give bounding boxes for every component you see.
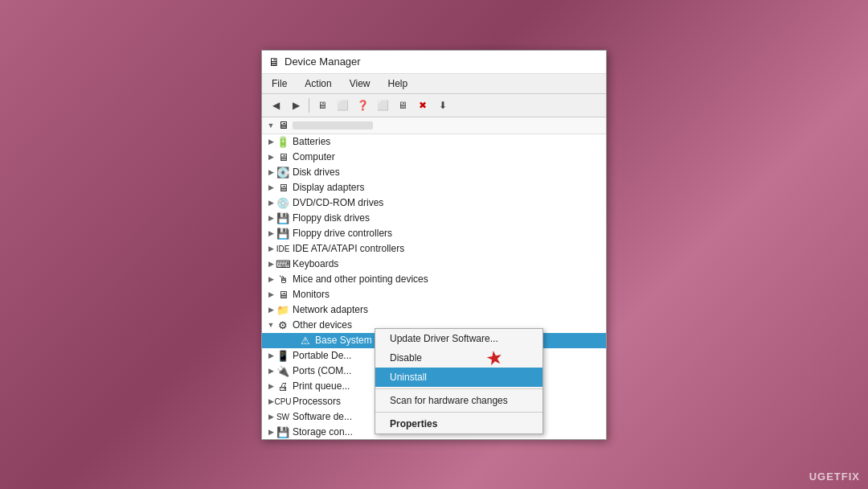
print-icon: 🖨 [276,380,289,392]
batteries-icon: 🔋 [276,135,289,148]
proc-icon: CPU [276,395,289,408]
mice-label: Mice and other pointing devices [293,273,428,285]
proc-label: Processors [293,396,341,407]
disk-expand[interactable]: ▶ [265,166,276,178]
mice-icon: 🖱 [276,273,289,286]
root-label [293,121,373,129]
window-icon: 🖥 [268,55,280,68]
disk-icon: 💽 [276,166,289,179]
remove-button[interactable]: ✖ [414,97,432,114]
ports-icon: 🔌 [276,364,289,377]
portable-label: Portable De... [293,350,351,361]
back-button[interactable]: ◀ [267,97,285,114]
batteries-expand[interactable]: ▶ [265,136,276,147]
root-node[interactable]: ▼ 🖥 [262,117,606,134]
floppy-disk-icon: 💾 [276,212,289,224]
base-expand [288,335,299,346]
driver-button[interactable]: ⬜ [374,97,391,114]
ide-label: IDE ATA/ATAPI controllers [293,243,404,254]
window-title: Device Manager [285,55,361,68]
tree-batteries[interactable]: ▶ 🔋 Batteries [262,134,606,150]
other-label: Other devices [293,319,352,331]
dvd-icon: 💿 [276,196,289,209]
root-expand[interactable]: ▼ [265,120,276,131]
ctx-scan[interactable]: Scan for hardware changes [375,391,542,410]
ctx-separator-2 [375,412,542,413]
tree-disk-drives[interactable]: ▶ 💽 Disk drives [262,165,606,180]
other-icon: ⚙ [276,318,289,331]
soft-label: Software de... [293,411,352,422]
properties-button[interactable]: ⬜ [334,97,351,114]
ports-label: Ports (COM... [293,365,351,376]
ctx-properties[interactable]: Properties [375,414,542,434]
other-expand[interactable]: ▼ [265,319,276,331]
dvd-expand[interactable]: ▶ [265,197,276,208]
monitors-label: Monitors [293,289,330,300]
toolbar-separator-1 [309,98,309,113]
floppy-disk-label: Floppy disk drives [293,212,370,224]
scan-button[interactable]: ⬇ [434,97,452,114]
tree-computer[interactable]: ▶ 🖥 Computer [262,150,606,165]
menu-action[interactable]: Action [301,76,334,91]
display-expand[interactable]: ▶ [265,182,276,193]
tree-mice[interactable]: ▶ 🖱 Mice and other pointing devices [262,272,606,287]
monitor-button[interactable]: 🖥 [394,97,411,114]
batteries-label: Batteries [293,136,330,147]
mice-expand[interactable]: ▶ [265,273,276,285]
soft-expand[interactable]: ▶ [265,411,276,422]
ports-expand[interactable]: ▶ [265,365,276,376]
portable-icon: 📱 [276,349,289,362]
tree-dvd[interactable]: ▶ 💿 DVD/CD-ROM drives [262,195,606,211]
menu-file[interactable]: File [268,76,290,91]
computer-button[interactable]: 🖥 [313,97,331,114]
print-label: Print queue... [293,380,350,392]
forward-button[interactable]: ▶ [287,97,305,114]
ctx-uninstall[interactable]: Uninstall [375,368,542,387]
monitors-expand[interactable]: ▶ [265,289,276,300]
tree-monitors[interactable]: ▶ 🖥 Monitors [262,287,606,302]
network-expand[interactable]: ▶ [265,304,276,315]
context-menu: Update Driver Software... Disable Uninst… [375,328,543,434]
computer-expand[interactable]: ▶ [265,151,276,162]
star-icon: ★ [484,345,506,370]
ctx-disable[interactable]: Disable [375,348,542,368]
storage-icon: 💾 [276,425,289,438]
ide-expand[interactable]: ▶ [265,243,276,254]
base-icon: ⚠ [299,334,312,347]
help-button[interactable]: ❓ [354,97,371,114]
floppy-ctrl-label: Floppy drive controllers [293,228,392,239]
storage-expand[interactable]: ▶ [265,426,276,438]
tree-ide[interactable]: ▶ IDE IDE ATA/ATAPI controllers [262,241,606,257]
tree-network[interactable]: ▶ 📁 Network adapters [262,302,606,318]
menu-view[interactable]: View [346,76,374,91]
soft-icon: SW [276,410,289,423]
print-expand[interactable]: ▶ [265,380,276,392]
title-bar: 🖥 Device Manager [262,51,606,74]
ctx-update-driver[interactable]: Update Driver Software... [375,329,542,348]
tree-area[interactable]: ▼ 🖥 ▶ 🔋 Batteries ▶ 🖥 Computer ▶ 💽 Disk … [262,117,606,439]
ide-icon: IDE [276,242,289,255]
storage-label: Storage con... [293,426,353,438]
tree-floppy-disk[interactable]: ▶ 💾 Floppy disk drives [262,211,606,226]
computer-label: Computer [293,151,335,162]
menu-bar: File Action View Help [262,74,606,94]
network-icon: 📁 [276,303,289,316]
root-icon: 🖥 [276,119,289,132]
floppy-disk-expand[interactable]: ▶ [265,212,276,224]
device-manager-window: 🖥 Device Manager File Action View Help ◀… [261,50,607,440]
display-label: Display adapters [293,182,364,193]
computer-icon: 🖥 [276,150,289,163]
tree-display[interactable]: ▶ 🖥 Display adapters [262,180,606,195]
watermark: UGETFIX [809,471,860,483]
menu-help[interactable]: Help [385,76,411,91]
tree-floppy-ctrl[interactable]: ▶ 💾 Floppy drive controllers [262,226,606,241]
floppy-ctrl-expand[interactable]: ▶ [265,228,276,239]
monitors-icon: 🖥 [276,288,289,301]
portable-expand[interactable]: ▶ [265,350,276,361]
keyboards-label: Keyboards [293,258,338,269]
tree-keyboards[interactable]: ▶ ⌨ Keyboards [262,257,606,272]
toolbar: ◀ ▶ 🖥 ⬜ ❓ ⬜ 🖥 ✖ ⬇ [262,94,606,117]
floppy-ctrl-icon: 💾 [276,227,289,240]
dvd-label: DVD/CD-ROM drives [293,197,383,208]
keyboards-icon: ⌨ [276,257,289,270]
